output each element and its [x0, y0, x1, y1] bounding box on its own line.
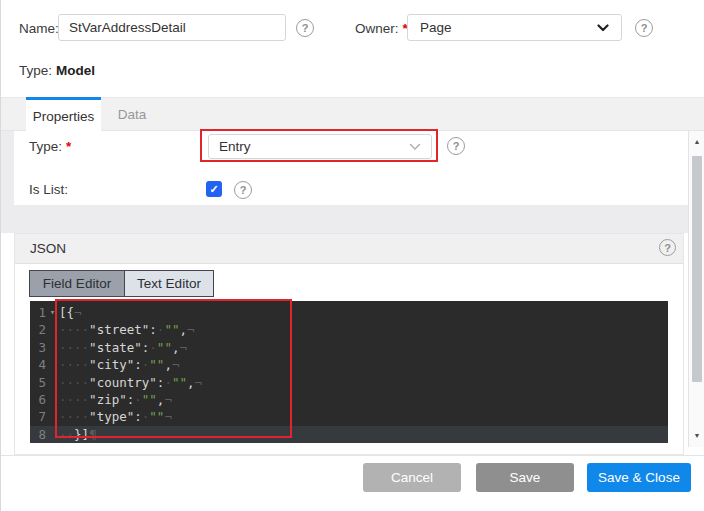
- code-line[interactable]: 4····"city":·"",¬: [30, 356, 668, 373]
- fold-spacer: [46, 339, 59, 356]
- line-number: 4: [30, 356, 46, 373]
- checkmark-icon: ✓: [209, 183, 218, 196]
- json-panel-header: JSON: [15, 234, 683, 264]
- type-label: Type: *: [29, 139, 71, 154]
- fold-spacer: [46, 391, 59, 408]
- name-input[interactable]: [58, 14, 286, 41]
- code-line[interactable]: 1▾[{¬: [30, 304, 668, 321]
- cancel-button[interactable]: Cancel: [363, 463, 461, 492]
- text-editor-button[interactable]: Text Editor: [125, 271, 213, 296]
- code-line[interactable]: 8··}]¶: [30, 426, 668, 443]
- line-number: 6: [30, 391, 46, 408]
- line-number: 5: [30, 374, 46, 391]
- code-text: ····"state":·"",¬: [59, 339, 187, 356]
- code-line[interactable]: 2····"street":·"",¬: [30, 321, 668, 338]
- code-text: ····"type":·""¬: [59, 408, 172, 425]
- type-help-icon[interactable]: ?: [447, 137, 465, 155]
- line-number: 3: [30, 339, 46, 356]
- json-help-icon[interactable]: ?: [659, 239, 676, 256]
- line-number: 7: [30, 408, 46, 425]
- code-text: ····"street":·"",¬: [59, 321, 195, 338]
- code-line[interactable]: 6····"zip":·"",¬: [30, 391, 668, 408]
- type-select[interactable]: Entry: [208, 134, 432, 159]
- name-help-icon[interactable]: ?: [296, 19, 314, 37]
- is-list-help-icon[interactable]: ?: [234, 181, 252, 199]
- save-button[interactable]: Save: [476, 463, 574, 492]
- fold-arrow-icon[interactable]: ▾: [46, 304, 59, 321]
- json-code-editor[interactable]: 1▾[{¬2····"street":·"",¬3····"state":·""…: [30, 301, 668, 443]
- is-list-label: Is List:: [29, 182, 68, 197]
- code-line[interactable]: 3····"state":·"",¬: [30, 339, 668, 356]
- fold-spacer: [46, 374, 59, 391]
- owner-label: Owner: *: [355, 21, 408, 36]
- editor-mode-toggle: Field Editor Text Editor: [29, 270, 214, 297]
- save-and-close-button[interactable]: Save & Close: [587, 463, 691, 492]
- code-line[interactable]: 5····"country":·"",¬: [30, 374, 668, 391]
- variable-type-text: Type: Model: [19, 63, 95, 78]
- is-list-checkbox[interactable]: ✓: [206, 181, 222, 197]
- code-lines: 1▾[{¬2····"street":·"",¬3····"state":·""…: [30, 304, 668, 443]
- scrollbar-thumb[interactable]: [692, 156, 702, 382]
- line-number: 1: [30, 304, 46, 321]
- type-select-value: Entry: [219, 139, 251, 154]
- code-text: ····"city":·"",¬: [59, 356, 179, 373]
- vertical-scrollbar[interactable]: ▲ ▼: [688, 131, 704, 447]
- chevron-down-icon: [597, 24, 609, 32]
- required-asterisk: *: [66, 139, 71, 154]
- line-number: 2: [30, 321, 46, 338]
- content-left-gutter: [1, 131, 14, 205]
- chevron-down-icon: [409, 143, 421, 151]
- code-text: ····"country":·"",¬: [59, 374, 202, 391]
- fold-spacer: [46, 408, 59, 425]
- owner-select-value: Page: [420, 20, 452, 35]
- code-text: ····"zip":·"",¬: [59, 391, 172, 408]
- tab-data[interactable]: Data: [101, 97, 163, 131]
- owner-select[interactable]: Page: [407, 14, 622, 41]
- code-text: ··}]¶: [59, 426, 97, 443]
- code-line[interactable]: 7····"type":·""¬: [30, 408, 668, 425]
- variable-settings-dialog: Name: * ? Owner: * Page ? Type: Model Pr…: [0, 0, 704, 511]
- json-section-title: JSON: [15, 241, 66, 256]
- tab-properties[interactable]: Properties: [26, 97, 101, 132]
- owner-help-icon[interactable]: ?: [635, 19, 653, 37]
- line-number: 8: [30, 426, 46, 443]
- fold-spacer: [46, 321, 59, 338]
- variable-type-value: Model: [56, 63, 95, 78]
- scroll-up-icon[interactable]: ▲: [689, 134, 704, 148]
- fold-spacer: [46, 426, 59, 443]
- fold-spacer: [46, 356, 59, 373]
- scroll-down-icon[interactable]: ▼: [689, 428, 704, 442]
- section-divider-band: [1, 205, 688, 233]
- code-text: [{¬: [59, 304, 82, 321]
- field-editor-button[interactable]: Field Editor: [30, 271, 125, 296]
